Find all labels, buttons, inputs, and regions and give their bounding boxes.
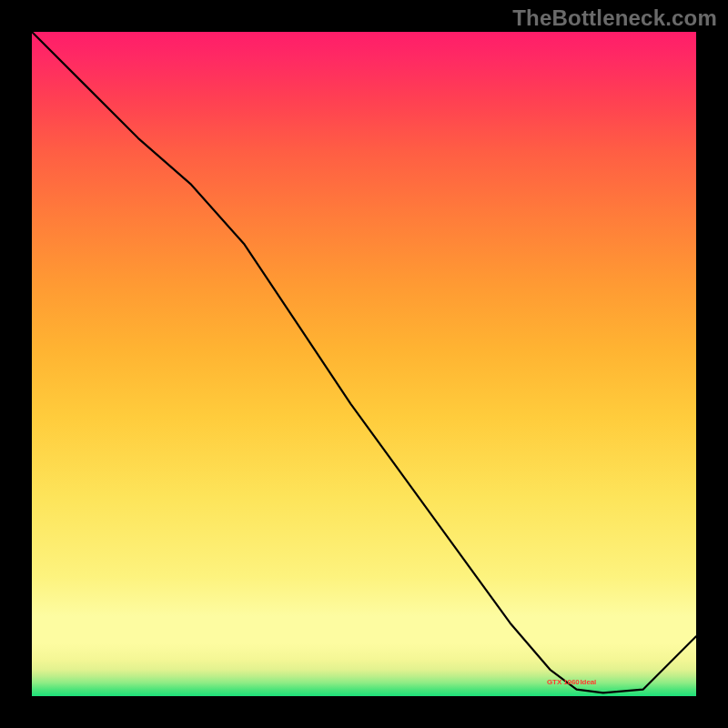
annotation-label-b: Ideal (581, 678, 597, 686)
annotation-label-a: GTX 1060 (547, 678, 580, 686)
line-series (32, 32, 696, 696)
plot-area: GTX 1060 Ideal (32, 32, 696, 696)
watermark-text: TheBottleneck.com (512, 5, 717, 31)
chart-frame: TheBottleneck.com GTX 1060 Ideal (0, 0, 728, 728)
